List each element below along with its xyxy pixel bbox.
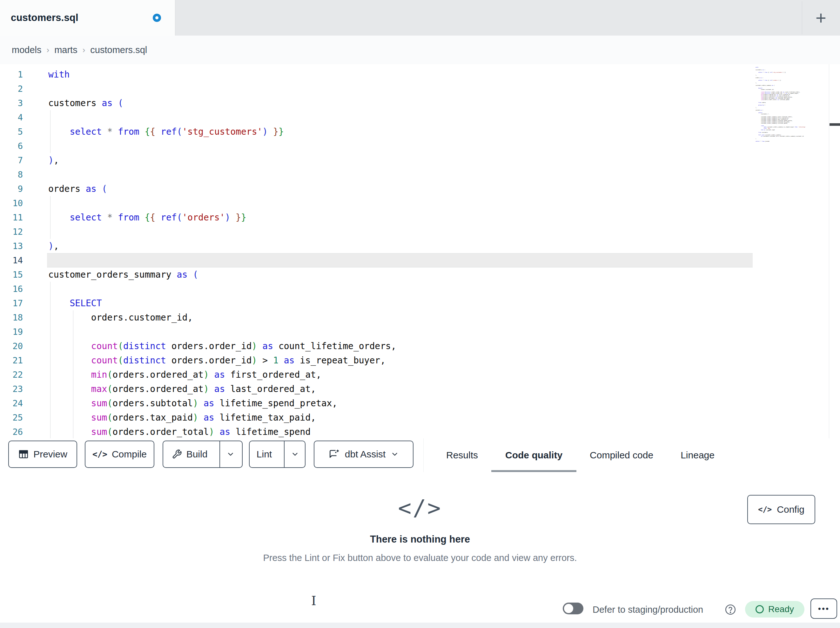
line-code: sum(orders.tax_paid) as lifetime_tax_pai… [47,410,316,425]
line-number: 5 [0,125,47,139]
code-line-6[interactable]: 6 [0,139,840,153]
line-code: orders as ( [47,182,107,196]
ellipsis-icon: ••• [818,604,829,614]
tab-code-quality[interactable]: Code quality [505,438,562,472]
line-number: 9 [0,182,47,196]
toolbar-divider [423,438,424,472]
line-number: 18 [0,310,47,325]
code-quality-panel: </> There is nothing here Press the Lint… [0,472,840,597]
build-label: Build [186,449,208,460]
code-line-16[interactable]: 16 [0,282,840,296]
line-code [47,253,48,267]
more-options-button[interactable]: ••• [810,598,837,619]
breadcrumb-separator: › [47,45,49,55]
tab-lineage[interactable]: Lineage [681,438,715,472]
code-line-21[interactable]: 21 count(distinct orders.order_id) > 1 a… [0,353,840,367]
code-line-17[interactable]: 17 SELECT [0,296,840,310]
build-split-button: Build [163,441,243,468]
help-icon[interactable] [725,604,736,615]
tab-results[interactable]: Results [446,438,478,472]
code-line-1[interactable]: 1with [0,67,840,82]
line-code: min(orders.ordered_at) as first_ordered_… [47,367,321,382]
code-line-15[interactable]: 15customer_orders_summary as ( [0,267,840,282]
toggle-knob [564,604,573,613]
line-code: max(orders.ordered_at) as last_ordered_a… [47,382,316,396]
minimap[interactable]: with customers as ( select * from {{ ref… [756,67,816,146]
dbt-ide-window: customers.sql + models›marts›customers.s… [0,0,840,628]
line-code: orders.customer_id, [47,310,193,325]
scrollbar-marker[interactable] [829,123,840,126]
build-dropdown-button[interactable] [219,441,241,467]
tab-customers-sql[interactable]: customers.sql [0,0,175,36]
dbt-assist-button[interactable]: dbt Assist [314,441,414,468]
preview-button[interactable]: Preview [8,441,77,468]
line-number: 24 [0,396,47,410]
new-tab-button[interactable]: + [810,7,832,28]
defer-toggle[interactable] [563,603,583,614]
breadcrumb-item-models[interactable]: models [12,45,42,55]
line-number: 20 [0,339,47,353]
line-number: 1 [0,67,47,82]
code-editor[interactable]: 1with23customers as (45 select * from {{… [0,64,840,438]
line-code: select * from {{ ref('orders') }} [47,210,246,225]
code-icon: </> [92,449,107,459]
lint-button[interactable]: Lint [249,441,279,467]
code-line-25[interactable]: 25 sum(orders.tax_paid) as lifetime_tax_… [0,410,840,425]
lint-dropdown-button[interactable] [284,441,306,467]
code-line-9[interactable]: 9orders as ( [0,182,840,196]
code-line-22[interactable]: 22 min(orders.ordered_at) as first_order… [0,367,840,382]
code-line-8[interactable]: 8 [0,168,840,182]
config-button[interactable]: </> Config [747,495,815,524]
preview-label: Preview [33,449,67,460]
line-code [47,139,48,153]
line-code [47,196,48,210]
line-number: 6 [0,139,47,153]
code-line-14[interactable]: 14 [0,253,840,267]
code-line-24[interactable]: 24 sum(orders.subtotal) as lifetime_spen… [0,396,840,410]
minimap-code: with customers as ( select * from {{ ref… [756,67,816,142]
code-line-10[interactable]: 10 [0,196,840,210]
line-code: sum(orders.subtotal) as lifetime_spend_p… [47,396,337,410]
line-number: 19 [0,325,47,339]
line-code: ), [47,239,59,253]
code-line-23[interactable]: 23 max(orders.ordered_at) as last_ordere… [0,382,840,396]
code-icon: </> [758,505,772,514]
breadcrumb-item-marts[interactable]: marts [54,45,77,55]
lint-label: Lint [257,449,272,460]
code-line-5[interactable]: 5 select * from {{ ref('stg_customers') … [0,125,840,139]
lint-split-button: Lint [249,441,306,468]
code-line-20[interactable]: 20 count(distinct orders.order_id) as co… [0,339,840,353]
code-line-26[interactable]: 26 sum(orders.order_total) as lifetime_s… [0,425,840,438]
table-grid-icon [18,449,29,460]
line-number: 17 [0,296,47,310]
line-number: 2 [0,82,47,96]
code-line-7[interactable]: 7), [0,153,840,168]
code-line-18[interactable]: 18 orders.customer_id, [0,310,840,325]
tab-compiled-code[interactable]: Compiled code [590,438,653,472]
compile-button[interactable]: </> Compile [85,441,154,468]
code-line-4[interactable]: 4 [0,110,840,125]
code-line-11[interactable]: 11 select * from {{ ref('orders') }} [0,210,840,225]
code-line-12[interactable]: 12 [0,225,840,239]
empty-state: </> There is nothing here Press the Lint… [0,472,840,563]
empty-state-subtitle: Press the Lint or Fix button above to ev… [0,553,840,563]
code-line-3[interactable]: 3customers as ( [0,96,840,110]
line-number: 16 [0,282,47,296]
line-number: 4 [0,110,47,125]
code-line-2[interactable]: 2 [0,82,840,96]
line-code: SELECT [47,296,102,310]
text-cursor-icon: I [311,593,316,608]
breadcrumb-item-customers-sql[interactable]: customers.sql [90,45,147,55]
tab-bar: customers.sql + [0,0,840,36]
line-code: select * from {{ ref('stg_customers') }} [47,125,284,139]
build-button[interactable]: Build [164,441,215,467]
line-code: with [47,67,69,82]
line-code [47,325,48,339]
code-line-19[interactable]: 19 [0,325,840,339]
code-line-13[interactable]: 13), [0,239,840,253]
line-number: 15 [0,267,47,282]
status-badge[interactable]: Ready [745,601,804,617]
line-code [47,282,48,296]
line-code: customers as ( [47,96,123,110]
dbt-assist-label: dbt Assist [345,449,385,460]
